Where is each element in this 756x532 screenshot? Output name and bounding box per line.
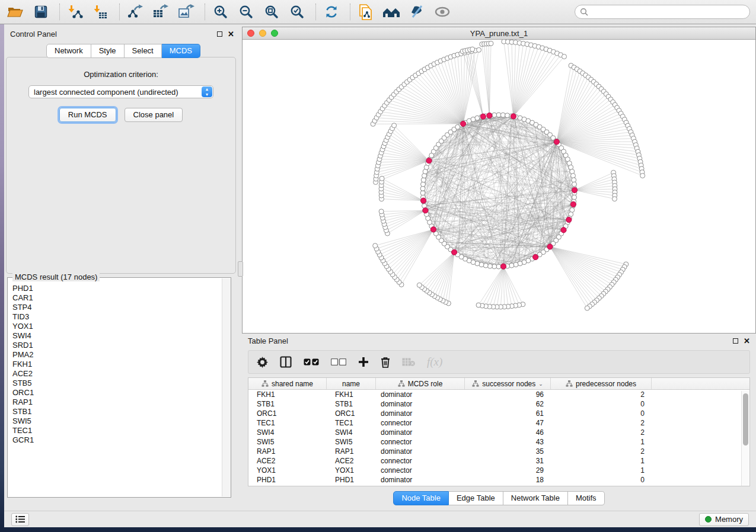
graph-node[interactable] <box>476 303 481 307</box>
list-item[interactable]: SWI5 <box>12 416 221 426</box>
table-cell[interactable]: 96 <box>465 390 551 399</box>
tab-edge-table[interactable]: Edge Table <box>449 491 503 505</box>
graph-hub-node[interactable] <box>554 139 559 145</box>
table-row[interactable]: SWI5SWI5connector431 <box>248 437 749 447</box>
import-network-icon[interactable] <box>66 2 85 21</box>
deselect-all-icon[interactable] <box>331 355 346 369</box>
save-session-icon[interactable] <box>31 2 50 21</box>
graph-node[interactable] <box>492 264 497 269</box>
graph-hub-node[interactable] <box>570 201 576 207</box>
graph-hub-node[interactable] <box>500 264 506 269</box>
export-image-icon[interactable] <box>177 2 196 21</box>
list-item[interactable]: SRD1 <box>12 341 221 350</box>
graph-node[interactable] <box>487 264 492 268</box>
table-cell[interactable]: 2 <box>551 419 652 427</box>
table-cell[interactable]: connector <box>376 419 465 427</box>
close-panel-button[interactable]: Close panel <box>125 108 183 122</box>
graph-node[interactable] <box>483 263 488 268</box>
splitter-handle[interactable] <box>238 261 243 277</box>
table-cell[interactable]: SWI5 <box>327 438 376 446</box>
graph-node[interactable] <box>505 113 510 118</box>
table-cell[interactable]: STB1 <box>248 400 327 408</box>
table-cell[interactable]: 0 <box>551 409 652 418</box>
list-item[interactable]: YOX1 <box>12 322 221 331</box>
show-details-icon[interactable] <box>433 2 452 21</box>
float-table-panel-icon[interactable] <box>733 338 738 344</box>
table-cell[interactable]: PHD1 <box>327 476 376 484</box>
gear-icon[interactable] <box>257 355 268 369</box>
table-cell[interactable]: 0 <box>551 476 652 484</box>
run-mcds-button[interactable]: Run MCDS <box>59 108 116 122</box>
hide-details-icon[interactable] <box>407 2 426 21</box>
graph-node[interactable] <box>496 264 501 269</box>
graph-node[interactable] <box>613 197 617 201</box>
graph-node[interactable] <box>422 203 427 208</box>
graph-hub-node[interactable] <box>487 113 492 118</box>
table-cell[interactable]: 0 <box>551 400 652 408</box>
table-cell[interactable]: 2 <box>551 390 652 399</box>
table-cell[interactable]: YOX1 <box>327 466 376 475</box>
table-cell[interactable]: ORC1 <box>248 409 327 418</box>
graph-node[interactable] <box>392 123 397 128</box>
table-cell[interactable]: connector <box>376 466 465 475</box>
table-cell[interactable]: ACE2 <box>248 457 327 465</box>
table-cell[interactable]: 31 <box>465 457 551 465</box>
tab-motifs[interactable]: Motifs <box>568 491 605 505</box>
table-cell[interactable]: dominator <box>376 476 465 484</box>
zoom-fit-icon[interactable] <box>262 2 281 21</box>
column-header-successor-nodes[interactable]: successor nodes⌄ <box>465 378 551 389</box>
list-item[interactable]: FKH1 <box>12 360 221 369</box>
task-history-button[interactable] <box>11 513 29 526</box>
graph-node[interactable] <box>489 41 493 46</box>
table-cell[interactable]: PHD1 <box>248 476 327 484</box>
open-file-icon[interactable] <box>6 2 25 21</box>
graph-hub-node[interactable] <box>533 254 538 259</box>
table-cell[interactable]: dominator <box>376 447 465 456</box>
table-row[interactable]: ORC1ORC1dominator610 <box>248 409 749 418</box>
graph-hub-node[interactable] <box>421 198 426 203</box>
graph-node[interactable] <box>500 113 505 117</box>
mcds-result-list[interactable]: PHD1CAR1STP4TID3YOX1SWI4SRD1PMA2FKH1ACE2… <box>8 280 221 496</box>
graph-node[interactable] <box>417 283 422 287</box>
list-item[interactable]: TID3 <box>12 312 221 322</box>
graph-hub-node[interactable] <box>452 249 457 255</box>
graph-hub-node[interactable] <box>547 244 553 249</box>
criterion-select[interactable]: largest connected component (undirected)… <box>28 85 213 98</box>
graph-node[interactable] <box>379 209 384 214</box>
table-cell[interactable]: 2 <box>551 447 652 456</box>
table-row[interactable]: RAP1RAP1dominator352 <box>248 447 749 456</box>
table-cell[interactable]: 1 <box>551 457 652 465</box>
table-cell[interactable]: 1 <box>551 438 652 446</box>
table-cell[interactable]: 46 <box>465 428 551 437</box>
table-cell[interactable]: FKH1 <box>327 390 376 399</box>
table-scrollbar[interactable] <box>741 391 749 486</box>
table-cell[interactable]: dominator <box>376 428 465 437</box>
list-item[interactable]: TEC1 <box>12 426 221 435</box>
list-item[interactable]: STB5 <box>12 379 221 388</box>
graph-hub-node[interactable] <box>511 114 516 119</box>
close-table-panel-icon[interactable]: ✕ <box>744 338 750 344</box>
list-item[interactable]: ACE2 <box>12 369 221 379</box>
graph-hub-node[interactable] <box>430 227 436 232</box>
table-row[interactable]: YOX1YOX1connector291 <box>248 466 749 475</box>
table-cell[interactable]: 18 <box>465 476 551 484</box>
table-cell[interactable]: 43 <box>465 438 551 446</box>
column-header-MCDS-role[interactable]: MCDS role <box>376 378 465 389</box>
graph-node[interactable] <box>420 186 425 191</box>
tab-select[interactable]: Select <box>125 44 162 58</box>
graph-node[interactable] <box>509 263 514 268</box>
table-cell[interactable]: SWI4 <box>248 428 327 437</box>
graph-hub-node[interactable] <box>461 121 466 126</box>
export-network-icon[interactable] <box>126 2 145 21</box>
graph-node[interactable] <box>562 55 567 59</box>
table-cell[interactable]: 62 <box>465 400 551 408</box>
column-header-shared-name[interactable]: shared name <box>248 378 327 389</box>
tab-node-table[interactable]: Node Table <box>393 491 449 505</box>
table-cell[interactable]: 35 <box>465 447 551 456</box>
memory-button[interactable]: Memory <box>699 513 749 526</box>
graph-node[interactable] <box>379 176 384 181</box>
table-cell[interactable]: STB1 <box>327 400 376 408</box>
table-cell[interactable]: 47 <box>465 419 551 427</box>
list-item[interactable]: ORC1 <box>12 388 221 398</box>
columns-icon[interactable] <box>280 355 292 369</box>
